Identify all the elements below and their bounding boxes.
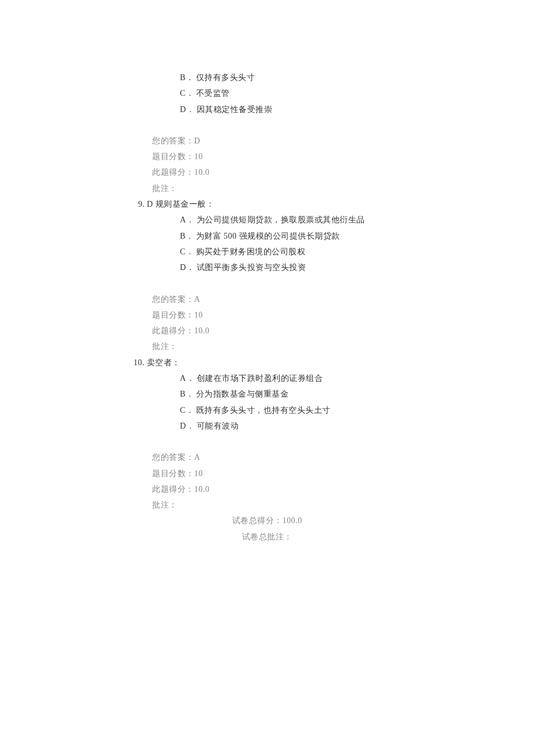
your-answer-value: A bbox=[194, 295, 201, 304]
q8-option-d: D． 因其稳定性备受推崇 bbox=[0, 102, 534, 117]
remark-label: 批注： bbox=[152, 342, 178, 351]
option-letter: D． bbox=[180, 105, 194, 114]
option-text: 创建在市场下跌时盈利的证券组合 bbox=[197, 374, 323, 383]
option-letter: D． bbox=[180, 263, 194, 272]
option-text: 既持有多头头寸，也持有空头头土寸 bbox=[196, 406, 331, 415]
remark-label: 批注： bbox=[152, 184, 178, 193]
score-label: 题目分数： bbox=[152, 469, 194, 478]
earned-label: 此题得分： bbox=[152, 326, 194, 335]
q10-option-a: A． 创建在市场下跌时盈利的证券组合 bbox=[0, 370, 534, 386]
option-letter: C． bbox=[180, 89, 194, 98]
option-letter: D． bbox=[180, 422, 194, 430]
q9-option-d: D． 试图平衡多头投资与空头投资 bbox=[0, 260, 534, 275]
earned-label: 此题得分： bbox=[152, 168, 194, 177]
option-letter: C． bbox=[180, 406, 194, 415]
option-letter: B． bbox=[180, 73, 194, 82]
question-number: 10. bbox=[134, 358, 145, 367]
option-letter: A． bbox=[180, 374, 194, 383]
option-letter: B． bbox=[180, 390, 194, 398]
option-letter: C． bbox=[180, 247, 194, 256]
q10-remark: 批注： bbox=[0, 497, 534, 513]
question-text: 卖空者： bbox=[147, 358, 181, 367]
option-text: 为财富 500 强规模的公司提供长期贷款 bbox=[196, 232, 340, 240]
q8-your-answer: 您的答案：D bbox=[0, 133, 534, 149]
q10-option-b: B． 分为指数基金与侧重基金 bbox=[0, 386, 534, 402]
question-text: D 规则基金一般： bbox=[147, 200, 214, 208]
option-text: 试图平衡多头投资与空头投资 bbox=[197, 263, 306, 272]
earned-value: 10.0 bbox=[194, 326, 210, 335]
option-text: 因其稳定性备受推崇 bbox=[197, 105, 273, 114]
q8-option-b: B． 仅持有多头头寸 bbox=[0, 70, 534, 85]
q10-stem: 10. 卖空者： bbox=[0, 355, 534, 370]
score-value: 10 bbox=[194, 469, 203, 478]
q9-remark: 批注： bbox=[0, 339, 534, 354]
option-text: 购买处于财务困境的公司股权 bbox=[196, 247, 306, 256]
your-answer-label: 您的答案： bbox=[152, 295, 194, 304]
your-answer-label: 您的答案： bbox=[152, 136, 194, 145]
option-letter: B． bbox=[180, 232, 194, 240]
q8-remark: 批注： bbox=[0, 181, 534, 196]
score-value: 10 bbox=[194, 152, 203, 161]
score-label: 题目分数： bbox=[152, 152, 194, 161]
total-score-value: 100.0 bbox=[283, 516, 302, 525]
earned-label: 此题得分： bbox=[152, 485, 194, 494]
your-answer-label: 您的答案： bbox=[152, 453, 194, 462]
q9-stem: 9. D 规则基金一般： bbox=[0, 196, 534, 212]
your-answer-value: D bbox=[194, 136, 201, 145]
spacer bbox=[0, 276, 534, 291]
earned-value: 10.0 bbox=[194, 485, 210, 494]
q10-option-d: D． 可能有波动 bbox=[0, 418, 534, 434]
spacer bbox=[0, 434, 534, 449]
remark-label: 批注： bbox=[152, 501, 178, 509]
q9-score: 题目分数：10 bbox=[0, 307, 534, 323]
option-text: 不受监管 bbox=[196, 89, 230, 98]
earned-value: 10.0 bbox=[194, 168, 210, 177]
option-text: 可能有波动 bbox=[197, 422, 239, 430]
q10-option-c: C． 既持有多头头寸，也持有空头头土寸 bbox=[0, 402, 534, 418]
score-value: 10 bbox=[194, 311, 203, 319]
option-text: 为公司提供短期贷款，换取股票或其他衍生品 bbox=[197, 215, 365, 224]
q9-earned: 此题得分：10.0 bbox=[0, 323, 534, 339]
q9-option-b: B． 为财富 500 强规模的公司提供长期贷款 bbox=[0, 228, 534, 244]
total-score-label: 试卷总得分： bbox=[232, 516, 283, 525]
exam-total-remark: 试卷总批注： bbox=[0, 529, 534, 545]
q8-earned: 此题得分：10.0 bbox=[0, 164, 534, 180]
q9-option-c: C． 购买处于财务困境的公司股权 bbox=[0, 244, 534, 260]
q10-score: 题目分数：10 bbox=[0, 466, 534, 481]
q10-your-answer: 您的答案：A bbox=[0, 449, 534, 465]
option-text: 分为指数基金与侧重基金 bbox=[196, 390, 289, 398]
q10-earned: 此题得分：10.0 bbox=[0, 481, 534, 497]
q9-your-answer: 您的答案：A bbox=[0, 291, 534, 307]
spacer bbox=[0, 117, 534, 133]
question-number: 9. bbox=[138, 200, 145, 208]
total-remark-label: 试卷总批注： bbox=[242, 532, 293, 541]
option-letter: A． bbox=[180, 215, 194, 224]
q8-score: 题目分数：10 bbox=[0, 149, 534, 164]
document-body: B． 仅持有多头头寸 C． 不受监管 D． 因其稳定性备受推崇 您的答案：D 题… bbox=[0, 70, 534, 545]
q8-option-c: C． 不受监管 bbox=[0, 85, 534, 101]
score-label: 题目分数： bbox=[152, 311, 194, 319]
your-answer-value: A bbox=[194, 453, 201, 462]
q9-option-a: A． 为公司提供短期贷款，换取股票或其他衍生品 bbox=[0, 212, 534, 228]
option-text: 仅持有多头头寸 bbox=[196, 73, 255, 82]
exam-total-score: 试卷总得分：100.0 bbox=[0, 513, 534, 528]
